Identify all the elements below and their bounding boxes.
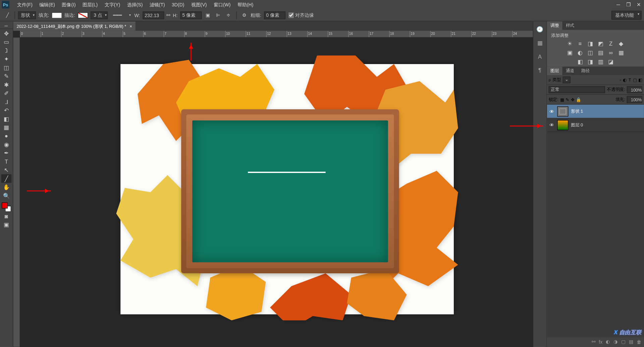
blur-tool[interactable]: ● — [1, 131, 12, 140]
menu-select[interactable]: 选择(S) — [123, 0, 146, 9]
link-wh-icon[interactable]: ⚯ — [166, 12, 170, 18]
color-swatches[interactable] — [2, 203, 11, 212]
layer-row-shape1[interactable]: 👁 形状 1 — [547, 105, 644, 118]
marquee-tool[interactable]: ▭ — [1, 38, 12, 46]
filter-type-dropdown[interactable]: ⌄ — [563, 76, 571, 83]
visibility-icon[interactable]: 👁 — [549, 122, 555, 127]
menu-window[interactable]: 窗口(W) — [210, 0, 234, 9]
clone-stamp-tool[interactable]: ⅃ — [1, 97, 12, 106]
stroke-style-dropdown[interactable]: ━━━ — [110, 11, 132, 19]
path-selection-tool[interactable]: ↖ — [1, 166, 12, 174]
document-tab[interactable]: 2022-12-08_111449_副本.png @ 100% (形状 1, R… — [13, 21, 136, 31]
eyedropper-tool[interactable]: ✎ — [1, 72, 12, 80]
lock-pixels-icon[interactable]: ▦ — [560, 97, 564, 102]
width-label: W: — [134, 13, 140, 18]
path-ops-icon[interactable]: ▣ — [204, 11, 212, 19]
quickmask-icon[interactable]: ◙ — [1, 212, 12, 220]
height-input[interactable] — [180, 11, 202, 19]
layers-panel: ρ类型 ⌄ ▫◐T▢◧ 正常 不透明度: 锁定: ▦ ✎ ✥ 🔒 填充: 👁 — [547, 75, 644, 347]
eraser-tool[interactable]: ◧ — [1, 114, 12, 123]
fx-icon[interactable]: fx — [599, 339, 602, 344]
tab-layers[interactable]: 图层 — [547, 67, 562, 75]
brush-tool[interactable]: ✐ — [1, 89, 12, 97]
lock-position-icon[interactable]: ✎ — [566, 97, 569, 102]
gear-icon[interactable]: ⚙ — [240, 11, 248, 19]
mask-icon[interactable]: ◐ — [606, 339, 610, 345]
screenmode-icon[interactable]: ▣ — [1, 220, 12, 229]
lock-all-icon[interactable]: 🔒 — [576, 97, 581, 102]
menu-layer[interactable]: 图层(L) — [79, 0, 101, 9]
gradient-tool[interactable]: ▦ — [1, 123, 12, 131]
document-tab-title: 2022-12-08_111449_副本.png @ 100% (形状 1, R… — [17, 23, 126, 29]
width-input[interactable] — [143, 11, 164, 19]
weight-input[interactable] — [264, 11, 285, 19]
magic-wand-tool[interactable]: ✦ — [1, 55, 12, 63]
tab-adjustments[interactable]: 调整 — [547, 21, 562, 30]
options-bar: ╱ 形状 填充: 描边: 3 点 ━━━ W: ⚯ H: ▣ ⊫ ≑ ⚙ 粗细:… — [0, 9, 644, 21]
tool-mode-dropdown[interactable]: 形状 — [18, 11, 36, 19]
line-tool[interactable]: ╱ — [1, 174, 12, 183]
hand-tool[interactable]: ✋ — [1, 183, 12, 191]
fill-swatch[interactable] — [52, 12, 62, 18]
canvas-background[interactable] — [20, 38, 533, 347]
pen-tool[interactable]: ✒ — [1, 149, 12, 157]
right-panels: 调整 样式 添加调整 ☀≡◨◩Z◆ ▣◐◫▤∞▦ ◧◨▥◪ 图层 通道 路径 ρ… — [546, 21, 644, 347]
window-close[interactable]: ✕ — [634, 0, 644, 9]
layer-thumbnail[interactable] — [557, 106, 568, 117]
layer-row-layer0[interactable]: 👁 图层 0 — [547, 118, 644, 132]
visibility-icon[interactable]: 👁 — [549, 109, 555, 114]
close-tab-icon[interactable]: × — [130, 24, 132, 28]
height-label: H: — [173, 13, 177, 18]
group-icon[interactable]: ▢ — [621, 339, 626, 345]
window-restore[interactable]: ❐ — [624, 0, 634, 9]
zoom-tool[interactable]: 🔍 — [1, 191, 12, 200]
foreground-color[interactable] — [2, 203, 8, 209]
path-align-icon[interactable]: ⊫ — [214, 11, 222, 19]
tool-preset-icon[interactable]: ╱ — [3, 11, 12, 19]
dodge-tool[interactable]: ◉ — [1, 140, 12, 149]
menu-edit[interactable]: 编辑(E) — [36, 0, 58, 9]
adjustment-layer-icon[interactable]: ◑ — [613, 339, 618, 345]
character-panel-icon[interactable]: A — [536, 52, 544, 60]
fill-opacity-input[interactable] — [627, 96, 642, 103]
link-layers-icon[interactable]: ⚯ — [592, 339, 595, 345]
toolbar-collapse-icon[interactable]: ▸▸ — [0, 23, 13, 29]
tab-styles[interactable]: 样式 — [562, 21, 578, 30]
history-brush-tool[interactable]: ↶ — [1, 106, 12, 114]
vertical-ruler — [13, 38, 20, 347]
workspace-dropdown[interactable]: 基本功能 — [611, 11, 641, 20]
type-tool[interactable]: T — [1, 157, 12, 166]
chalkboard-surface — [192, 120, 388, 262]
watermark: X 自由互联 — [614, 329, 641, 337]
delete-layer-icon[interactable]: 🗑 — [637, 339, 641, 344]
ps-logo: Ps — [2, 1, 9, 9]
lock-move-icon[interactable]: ✥ — [571, 97, 574, 102]
history-panel-icon[interactable]: 🕘 — [536, 25, 544, 33]
paragraph-panel-icon[interactable]: ¶ — [536, 66, 544, 74]
swatches-panel-icon[interactable]: ▦ — [536, 39, 544, 47]
menu-3d[interactable]: 3D(D) — [168, 1, 188, 9]
menu-image[interactable]: 图像(I) — [58, 0, 79, 9]
menu-file[interactable]: 文件(F) — [14, 0, 36, 9]
opacity-input[interactable] — [627, 86, 642, 93]
menu-help[interactable]: 帮助(H) — [234, 0, 257, 9]
stroke-width-dropdown[interactable]: 3 点 — [91, 11, 108, 19]
layer-name-label[interactable]: 形状 1 — [571, 108, 642, 114]
align-edges-checkbox[interactable]: 对齐边缘 — [288, 12, 314, 18]
tab-channels[interactable]: 通道 — [562, 67, 578, 75]
layer-thumbnail[interactable] — [557, 120, 568, 130]
window-minimize[interactable]: ─ — [613, 0, 624, 9]
move-tool[interactable]: ✥ — [1, 29, 12, 38]
menu-type[interactable]: 文字(Y) — [101, 0, 123, 9]
new-layer-icon[interactable]: ▤ — [629, 339, 633, 345]
blend-mode-dropdown[interactable]: 正常 — [549, 86, 605, 93]
menu-view[interactable]: 视图(V) — [188, 0, 210, 9]
path-arrange-icon[interactable]: ≑ — [224, 11, 232, 19]
stroke-swatch[interactable] — [78, 12, 88, 18]
tab-paths[interactable]: 路径 — [578, 67, 593, 75]
healing-brush-tool[interactable]: ✱ — [1, 80, 12, 89]
crop-tool[interactable]: ◫ — [1, 63, 12, 72]
lasso-tool[interactable]: ⱹ — [1, 46, 12, 55]
menu-filter[interactable]: 滤镜(T) — [146, 0, 168, 9]
layer-name-label[interactable]: 图层 0 — [571, 122, 642, 128]
